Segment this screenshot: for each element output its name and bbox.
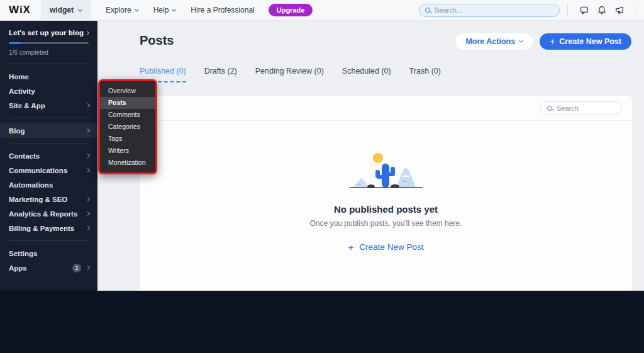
screen: WiX widget Explore Help Hire a Professio… xyxy=(0,0,644,353)
setup-checklist[interactable]: Let's set up your blog 1/6 completed xyxy=(0,21,97,59)
help-menu[interactable]: Help xyxy=(153,6,176,14)
main-content: Posts More Actions + Create New Post Pub… xyxy=(97,21,644,291)
chevron-right-icon xyxy=(86,154,90,158)
sidebar-divider xyxy=(9,118,89,118)
sidebar-item-site-app[interactable]: Site & App xyxy=(0,98,97,113)
sidebar-item-blog[interactable]: Blog xyxy=(0,123,97,138)
tab-trash-0[interactable]: Trash (0) xyxy=(409,67,441,82)
chevron-right-icon xyxy=(86,266,90,270)
sidebar-item-label: Home xyxy=(9,73,29,81)
wix-logo[interactable]: WiX xyxy=(9,4,31,16)
explore-menu[interactable]: Explore xyxy=(106,6,138,14)
sidebar-item-communications[interactable]: Communications xyxy=(0,163,97,177)
flyout-item-comments[interactable]: Comments xyxy=(100,109,155,121)
sidebar-item-billing-payments[interactable]: Billing & Payments xyxy=(0,221,97,235)
chat-messages-icon[interactable] xyxy=(575,5,593,15)
chevron-down-icon xyxy=(135,7,139,11)
sidebar-item-meta xyxy=(86,198,89,201)
create-new-post-button[interactable]: + Create New Post xyxy=(540,33,631,50)
sidebar-item-apps[interactable]: Apps2 xyxy=(0,261,97,275)
topbar: WiX widget Explore Help Hire a Professio… xyxy=(0,0,644,21)
sidebar-item-meta xyxy=(86,227,89,230)
sidebar-item-analytics-reports[interactable]: Analytics & Reports xyxy=(0,206,97,221)
sidebar-item-label: Analytics & Reports xyxy=(9,210,77,218)
chevron-down-icon xyxy=(172,7,176,11)
more-actions-label: More Actions xyxy=(465,37,515,46)
empty-create-new-post-link[interactable]: + Create New Post xyxy=(348,242,424,252)
help-label: Help xyxy=(153,6,169,14)
tab-drafts-2[interactable]: Drafts (2) xyxy=(204,67,237,82)
setup-progress-bar xyxy=(9,42,89,44)
sidebar-item-label: Site & App xyxy=(9,102,45,109)
page-title: Posts xyxy=(140,33,174,48)
desert-illustration xyxy=(348,151,425,194)
sidebar-item-meta xyxy=(86,154,89,157)
hire-label: Hire a Professional xyxy=(191,6,254,14)
explore-label: Explore xyxy=(106,6,131,14)
more-actions-button[interactable]: More Actions xyxy=(455,33,533,50)
sidebar-item-label: Communications xyxy=(9,167,67,174)
tab-scheduled-0[interactable]: Scheduled (0) xyxy=(342,67,391,82)
chevron-right-icon xyxy=(86,128,90,133)
chevron-right-icon xyxy=(86,211,90,216)
upgrade-button[interactable]: Upgrade xyxy=(269,4,313,16)
global-search[interactable] xyxy=(419,4,560,17)
sidebar-item-home[interactable]: Home xyxy=(0,69,97,84)
chevron-right-icon xyxy=(86,103,90,108)
sidebar-item-label: Apps xyxy=(9,264,27,272)
empty-state-subtitle: Once you publish posts, you'll see them … xyxy=(140,219,632,228)
sidebar: Let's set up your blog 1/6 completed Hom… xyxy=(0,21,97,291)
divider xyxy=(567,5,568,15)
sidebar-item-label: Automations xyxy=(9,181,53,189)
sidebar-item-meta xyxy=(86,129,89,132)
plus-icon: + xyxy=(348,242,354,252)
setup-progress-fill xyxy=(9,42,21,44)
sidebar-item-label: Marketing & SEO xyxy=(9,196,67,203)
sidebar-divider xyxy=(9,143,89,143)
search-icon xyxy=(547,106,552,111)
setup-title: Let's set up your blog xyxy=(9,29,84,36)
header-actions: More Actions + Create New Post xyxy=(455,33,631,50)
apps-count-badge: 2 xyxy=(72,264,81,272)
tab-pending-review-0[interactable]: Pending Review (0) xyxy=(255,67,324,82)
chevron-right-icon xyxy=(85,30,89,35)
flyout-item-categories[interactable]: Categories xyxy=(100,121,155,133)
sidebar-item-meta xyxy=(86,212,89,215)
divider xyxy=(636,5,636,15)
posts-panel-toolbar xyxy=(140,96,632,121)
sidebar-item-label: Billing & Payments xyxy=(9,225,74,232)
announcements-megaphone-icon[interactable] xyxy=(611,5,628,15)
sidebar-item-marketing-seo[interactable]: Marketing & SEO xyxy=(0,192,97,206)
flyout-item-tags[interactable]: Tags xyxy=(100,133,155,145)
chevron-down-icon xyxy=(78,7,82,11)
sidebar-item-activity[interactable]: Activity xyxy=(0,84,97,98)
blog-flyout-menu: OverviewPostsCommentsCategoriesTagsWrite… xyxy=(98,79,157,174)
sidebar-item-automations[interactable]: Automations xyxy=(0,177,97,192)
posts-tabs: Published (0)Drafts (2)Pending Review (0… xyxy=(140,67,441,82)
sidebar-item-label: Activity xyxy=(9,87,35,95)
posts-panel: No published posts yet Once you publish … xyxy=(140,96,632,291)
global-search-input[interactable] xyxy=(435,6,553,14)
flyout-item-writers[interactable]: Writers xyxy=(100,145,155,157)
posts-search-input[interactable] xyxy=(557,104,615,112)
site-selector-dropdown[interactable]: widget xyxy=(41,0,91,21)
site-name: widget xyxy=(50,6,74,14)
notifications-bell-icon[interactable] xyxy=(593,5,611,15)
setup-progress-text: 1/6 completed xyxy=(9,49,89,56)
sidebar-divider xyxy=(9,64,89,64)
sidebar-item-contacts[interactable]: Contacts xyxy=(0,148,97,163)
sidebar-item-settings[interactable]: Settings xyxy=(0,246,97,261)
flyout-item-overview[interactable]: Overview xyxy=(100,85,155,97)
search-icon xyxy=(425,8,430,13)
plus-icon: + xyxy=(550,36,555,47)
sidebar-item-label: Contacts xyxy=(9,152,40,160)
hire-a-professional-link[interactable]: Hire a Professional xyxy=(191,6,254,14)
posts-search[interactable] xyxy=(540,101,622,115)
sidebar-item-label: Settings xyxy=(9,250,37,257)
sidebar-item-meta xyxy=(86,169,89,172)
chevron-right-icon xyxy=(86,168,90,172)
empty-cta-label: Create New Post xyxy=(359,242,423,252)
empty-state-title: No published posts yet xyxy=(140,204,632,215)
flyout-item-posts[interactable]: Posts xyxy=(100,97,155,109)
flyout-item-monetization[interactable]: Monetization xyxy=(100,157,155,169)
